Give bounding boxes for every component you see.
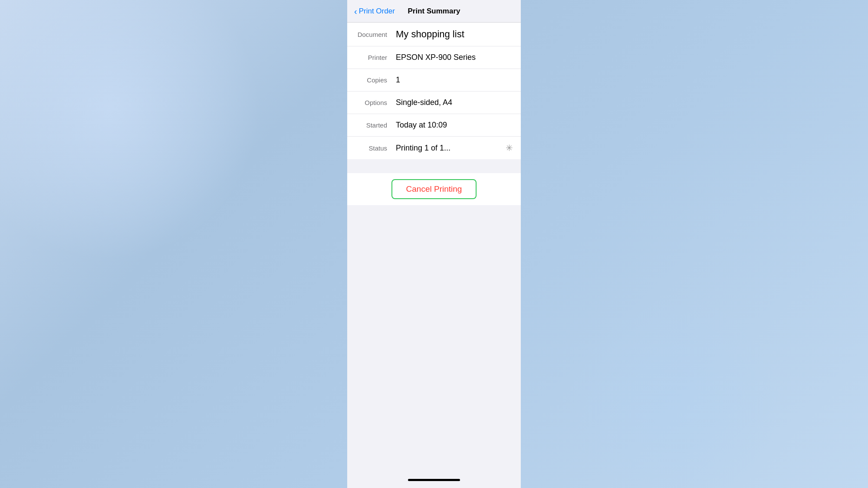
info-card: Document My shopping list Printer EPSON …	[347, 23, 521, 159]
navigation-bar: ‹ Print Order Print Summary	[347, 0, 521, 23]
printer-value: EPSON XP-900 Series	[396, 53, 514, 62]
started-label: Started	[354, 121, 387, 129]
cancel-printing-button[interactable]: Cancel Printing	[391, 179, 477, 199]
copies-value: 1	[396, 75, 514, 85]
copies-label: Copies	[354, 76, 387, 84]
main-panel: ‹ Print Order Print Summary Document My …	[347, 0, 521, 488]
started-value: Today at 10:09	[396, 121, 514, 130]
spacer	[347, 159, 521, 173]
document-label: Document	[354, 31, 387, 38]
document-value: My shopping list	[396, 29, 514, 40]
loading-spinner: ✳	[504, 143, 514, 153]
back-label[interactable]: Print Order	[359, 7, 395, 16]
left-background	[0, 0, 347, 488]
chevron-left-icon: ‹	[354, 7, 357, 16]
home-indicator	[408, 479, 460, 481]
options-label: Options	[354, 99, 387, 106]
back-button[interactable]: ‹ Print Order	[354, 7, 395, 16]
right-background	[521, 0, 868, 488]
printer-row: Printer EPSON XP-900 Series	[347, 46, 521, 69]
page-title: Print Summary	[408, 7, 460, 16]
bottom-area	[347, 205, 521, 488]
started-row: Started Today at 10:09	[347, 114, 521, 137]
button-section: Cancel Printing	[347, 173, 521, 205]
content-area: Document My shopping list Printer EPSON …	[347, 23, 521, 488]
status-row: Status Printing 1 of 1... ✳	[347, 137, 521, 159]
options-value: Single-sided, A4	[396, 98, 514, 107]
copies-row: Copies 1	[347, 69, 521, 92]
status-value: Printing 1 of 1...	[396, 144, 504, 153]
options-row: Options Single-sided, A4	[347, 92, 521, 114]
document-row: Document My shopping list	[347, 23, 521, 46]
printer-label: Printer	[354, 54, 387, 61]
status-label: Status	[354, 144, 387, 152]
